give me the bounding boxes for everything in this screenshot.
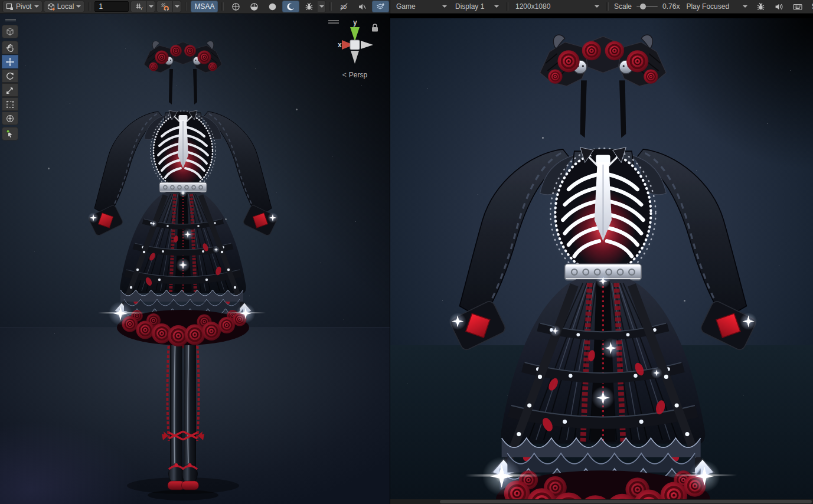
grid-options-dropdown[interactable] — [147, 1, 155, 12]
scene-viewport[interactable]: y x <Persp — [0, 14, 390, 504]
overlay-drag-handle-icon[interactable] — [2, 17, 19, 24]
scale-tool-button[interactable] — [2, 83, 18, 97]
cube-tool-button[interactable] — [2, 25, 18, 38]
shading-wire-sphere-button[interactable] — [227, 1, 244, 12]
scale-label: Scale — [612, 2, 634, 11]
scale-value: 0.76x — [660, 2, 682, 11]
speaker-icon — [775, 2, 783, 11]
rotate-tool-button[interactable] — [2, 69, 18, 83]
handle-orientation-dropdown[interactable]: Local — [44, 1, 85, 12]
transform-tool-button[interactable] — [2, 112, 18, 125]
view-hand-tool-button[interactable] — [2, 41, 18, 54]
horizontal-scrollbar-handle[interactable] — [440, 500, 812, 503]
gizmo-y-axis-cone[interactable] — [350, 27, 360, 41]
pivot-mode-dropdown[interactable]: Pivot — [2, 1, 43, 12]
tools-overlay — [2, 17, 19, 143]
hand-tool-icon — [5, 43, 15, 53]
custom-tool-cursor-icon — [5, 129, 15, 139]
gizmo-y-label: y — [353, 18, 357, 27]
svg-text:Y: Y — [140, 6, 143, 11]
snap-options-dropdown[interactable] — [173, 1, 181, 12]
chevron-down-icon — [595, 5, 599, 8]
chevron-down-icon — [175, 5, 179, 8]
bug-icon — [305, 2, 314, 11]
lock-icon[interactable] — [372, 24, 378, 32]
toolbar-separator — [606, 2, 609, 11]
night-lighting-toggle-button[interactable] — [282, 1, 299, 12]
game-audio-toggle-button[interactable] — [770, 1, 788, 12]
orientation-label: Local — [57, 2, 74, 11]
rotate-tool-icon — [5, 71, 15, 81]
scale-slider[interactable] — [636, 6, 658, 7]
chevron-down-icon — [149, 5, 154, 8]
character-render-game — [390, 18, 813, 499]
chevron-down-icon — [442, 5, 447, 8]
toolbar-separator — [185, 2, 187, 11]
gizmo-negative-y-cone[interactable] — [351, 51, 359, 64]
grid-y-icon: Y — [135, 2, 143, 11]
pivot-label: Pivot — [16, 2, 32, 11]
stats-toggle-button[interactable]: Stats — [808, 1, 813, 12]
projection-toggle[interactable]: <Persp — [324, 71, 386, 79]
scale-slider-track[interactable] — [636, 6, 658, 7]
chevron-down-icon — [743, 5, 747, 8]
shading-filled-sphere-button[interactable] — [264, 1, 281, 12]
game-view-toolbar: Game Display 1 1200x1080 Scale 0.76x Pla… — [390, 0, 813, 14]
overlay-drag-handle-icon[interactable] — [328, 21, 339, 23]
msaa-label: MSAA — [194, 2, 214, 11]
2d-mode-toggle-button[interactable]: 2D — [335, 1, 352, 12]
chevron-down-icon — [494, 5, 499, 8]
game-view-pane: Game Display 1 1200x1080 Scale 0.76x Pla… — [390, 0, 813, 504]
effects-layers-button[interactable] — [372, 1, 389, 12]
scale-tool-icon — [5, 86, 15, 95]
unity-editor-window: Pivot Local Y — [0, 0, 813, 504]
cube-icon — [5, 27, 15, 37]
play-mode-dropdown[interactable]: Play Focused — [683, 1, 751, 12]
pivot-icon — [6, 3, 14, 11]
toolbar-separator — [329, 2, 332, 11]
grid-size-input[interactable] — [94, 1, 129, 12]
keyboard-icon — [793, 2, 802, 11]
resolution-dropdown[interactable]: 1200x1080 — [512, 1, 603, 12]
circle-filled-icon — [268, 2, 277, 11]
frame-debugger-button[interactable] — [752, 1, 769, 12]
custom-editor-tool-button[interactable] — [2, 127, 18, 140]
play-mode-label: Play Focused — [686, 2, 729, 11]
character-render-scene — [0, 14, 390, 504]
move-tool-button[interactable] — [2, 55, 18, 68]
toolbar-separator — [221, 2, 224, 11]
device-input-button[interactable] — [789, 1, 807, 12]
game-viewport[interactable] — [390, 18, 813, 499]
circle-half-icon — [250, 2, 259, 11]
snap-toggle-button[interactable] — [156, 1, 173, 12]
toolbar-separator — [506, 2, 508, 11]
scene-audio-muted-button[interactable] — [354, 1, 371, 12]
grid-visibility-button[interactable]: Y — [130, 1, 147, 12]
bug-icon — [756, 2, 765, 11]
transform-tool-icon — [5, 114, 15, 123]
chevron-down-icon — [34, 5, 39, 8]
chevron-down-icon — [319, 5, 324, 8]
scale-slider-handle[interactable] — [640, 4, 646, 9]
gizmo-x-label: x — [338, 41, 342, 49]
circle-cross-icon — [231, 2, 240, 11]
display-label: Display 1 — [455, 2, 484, 11]
view-mode-dropdown[interactable]: Game — [393, 1, 450, 12]
view-mode-label: Game — [396, 2, 416, 11]
scene-view-toolbar: Pivot Local Y — [0, 0, 390, 14]
display-dropdown[interactable]: Display 1 — [452, 1, 502, 12]
rect-tool-button[interactable] — [2, 97, 18, 111]
gizmo-negative-x-cone[interactable] — [361, 41, 373, 49]
gizmo-center-cube[interactable] — [350, 40, 360, 50]
scene-view-pane: Pivot Local Y — [0, 0, 390, 504]
crescent-moon-icon — [286, 2, 295, 11]
local-cube-icon — [47, 3, 55, 11]
snap-magnet-icon — [161, 2, 169, 11]
debug-options-dropdown[interactable] — [318, 1, 326, 12]
toolbar-separator — [88, 2, 90, 11]
shading-half-sphere-button[interactable] — [246, 1, 263, 12]
msaa-toggle-button[interactable]: MSAA — [191, 1, 218, 12]
move-tool-icon — [5, 57, 15, 67]
orientation-gizmo[interactable]: y x — [324, 17, 386, 71]
debug-bug-button[interactable] — [301, 1, 318, 12]
